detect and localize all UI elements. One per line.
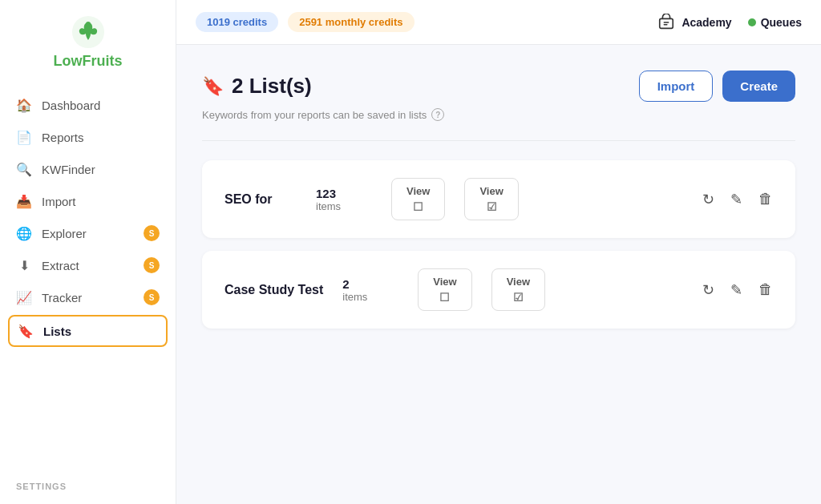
page-title: 🔖 2 List(s)	[202, 74, 312, 99]
subtitle-text: Keywords from your reports can be saved …	[202, 109, 427, 121]
sidebar-item-tracker[interactable]: 📈 Tracker S	[0, 281, 176, 313]
list-count-label: items	[342, 291, 398, 303]
kwfinder-icon: 🔍	[16, 161, 32, 177]
list-name-seo: SEO for	[224, 192, 297, 207]
sidebar-item-reports[interactable]: 📄 Reports	[0, 121, 176, 153]
sidebar-item-explorer-label: Explorer	[42, 227, 87, 240]
checkbox-unchecked-icon: ☐	[439, 291, 450, 304]
monthly-credits-badge: 2591 monthly credits	[288, 12, 414, 32]
academy-button[interactable]: Academy	[657, 14, 731, 31]
list-count-label: items	[316, 200, 372, 212]
main-content: 1019 credits 2591 monthly credits Academ…	[176, 0, 821, 504]
content-area: 🔖 2 List(s) Import Create Keywords from …	[176, 45, 821, 504]
logo-icon	[72, 16, 104, 48]
explorer-icon: 🌐	[16, 225, 32, 241]
list-count-number: 2	[342, 277, 398, 291]
edit-icon[interactable]: ✎	[730, 281, 742, 299]
page-header: 🔖 2 List(s) Import Create	[202, 71, 795, 102]
brand-logo: LowFruits	[0, 16, 176, 70]
sidebar-item-tracker-label: Tracker	[42, 291, 82, 304]
list-count-number: 123	[316, 187, 372, 200]
reports-icon: 📄	[16, 129, 32, 145]
sidebar-item-extract-label: Extract	[42, 259, 79, 272]
sidebar-item-lists-label: Lists	[43, 325, 71, 338]
extract-icon: ⬇	[16, 257, 32, 273]
sidebar-item-reports-label: Reports	[42, 131, 84, 144]
view-label-1: View	[406, 185, 430, 197]
academy-label: Academy	[681, 16, 731, 29]
page-subtitle: Keywords from your reports can be saved …	[202, 108, 795, 121]
create-button[interactable]: Create	[722, 71, 795, 102]
checkbox-checked-icon: ☑	[513, 291, 524, 304]
credits-badge: 1019 credits	[196, 12, 278, 32]
import-button[interactable]: Import	[639, 71, 714, 102]
page-title-text: 2 List(s)	[232, 74, 312, 99]
sidebar-item-lists[interactable]: 🔖 Lists	[8, 315, 168, 347]
view-unchecked-button-seo[interactable]: View ☐	[391, 178, 445, 220]
card-actions-case-study: ↻ ✎ 🗑	[702, 281, 773, 299]
sidebar-item-import[interactable]: 📥 Import	[0, 185, 176, 217]
view-unchecked-button-case-study[interactable]: View ☐	[418, 268, 471, 311]
academy-icon	[657, 14, 675, 31]
queues-button[interactable]: Queues	[748, 16, 802, 29]
lists-title-icon: 🔖	[202, 76, 224, 97]
sidebar-item-kwfinder[interactable]: 🔍 KWFinder	[0, 153, 176, 185]
list-count-case-study: 2 items	[342, 277, 398, 303]
topbar-right: Academy Queues	[657, 14, 802, 31]
delete-icon[interactable]: 🗑	[758, 191, 773, 208]
lists-icon: 🔖	[18, 323, 34, 339]
view-checked-button-seo[interactable]: View ☑	[464, 178, 518, 220]
checkbox-unchecked-icon: ☐	[413, 200, 423, 213]
info-icon: ?	[431, 108, 444, 121]
svg-rect-2	[660, 18, 673, 28]
view-label-2: View	[479, 185, 503, 197]
logo-text: LowFruits	[53, 53, 122, 70]
edit-icon[interactable]: ✎	[730, 191, 742, 208]
list-count-seo: 123 items	[316, 187, 372, 212]
sidebar-item-dashboard-label: Dashboard	[42, 99, 100, 112]
view-label-2: View	[507, 276, 530, 288]
delete-icon[interactable]: 🗑	[758, 281, 773, 298]
import-icon: 📥	[16, 193, 32, 209]
list-name-case-study: Case Study Test	[224, 283, 323, 297]
refresh-icon[interactable]: ↻	[702, 281, 714, 299]
tracker-icon: 📈	[16, 289, 32, 305]
sidebar-item-kwfinder-label: KWFinder	[42, 163, 95, 176]
svg-point-1	[86, 22, 91, 26]
list-card: Case Study Test 2 items View ☐ View ☑ ↻ …	[202, 251, 795, 329]
checkbox-checked-icon: ☑	[487, 200, 497, 213]
list-card: SEO for 123 items View ☐ View ☑ ↻ ✎ 🗑	[202, 160, 795, 238]
settings-label: SETTINGS	[0, 469, 176, 504]
refresh-icon[interactable]: ↻	[702, 191, 714, 208]
view-label-1: View	[433, 276, 456, 288]
queues-status-dot	[748, 18, 756, 26]
sidebar-item-explorer[interactable]: 🌐 Explorer S	[0, 217, 176, 249]
view-checked-button-case-study[interactable]: View ☑	[491, 268, 545, 311]
tracker-badge: S	[144, 289, 160, 305]
sidebar-item-dashboard[interactable]: 🏠 Dashboard	[0, 89, 176, 121]
dashboard-icon: 🏠	[16, 97, 32, 113]
header-actions: Import Create	[639, 71, 795, 102]
queues-label: Queues	[761, 16, 802, 29]
sidebar: LowFruits 🏠 Dashboard 📄 Reports 🔍 KWFind…	[0, 0, 176, 504]
extract-badge: S	[144, 257, 160, 273]
section-divider	[202, 140, 795, 141]
sidebar-item-import-label: Import	[42, 195, 76, 208]
card-actions-seo: ↻ ✎ 🗑	[702, 191, 773, 208]
explorer-badge: S	[144, 225, 160, 241]
topbar: 1019 credits 2591 monthly credits Academ…	[176, 0, 821, 45]
sidebar-item-extract[interactable]: ⬇ Extract S	[0, 249, 176, 281]
